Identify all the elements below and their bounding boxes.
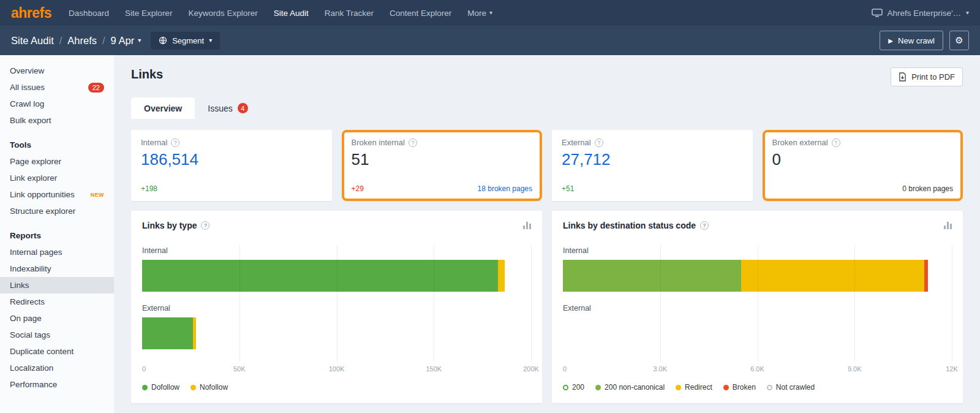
chart-links-by-status-code: Links by destination status code ? Inter… bbox=[552, 211, 963, 403]
sidebar-item-redirects[interactable]: Redirects bbox=[0, 294, 114, 310]
legend-dot bbox=[767, 385, 772, 390]
stat-delta: +51 bbox=[562, 184, 574, 193]
legend-broken[interactable]: Broken bbox=[723, 383, 756, 392]
bar-segment-dofollow bbox=[142, 260, 498, 292]
play-icon: ▶ bbox=[888, 37, 893, 44]
legend-dot bbox=[676, 385, 681, 390]
legend-nofollow[interactable]: Nofollow bbox=[190, 383, 228, 392]
chart-legend: 200 200 non-canonical Redirect Broken bbox=[563, 383, 952, 392]
x-axis: 0 3.0K 6.0K 9.0K 12K bbox=[563, 365, 952, 375]
stat-label: External ? bbox=[562, 138, 743, 147]
crawl-date-dropdown[interactable]: 9 Apr ▾ bbox=[111, 35, 141, 47]
breadcrumb: Site Audit / Ahrefs / 9 Apr ▾ bbox=[11, 35, 141, 47]
stat-card-broken-internal: Broken internal ? 51 +29 18 broken pages bbox=[342, 130, 543, 201]
help-icon[interactable]: ? bbox=[201, 221, 209, 230]
gear-icon: ⚙ bbox=[955, 35, 963, 46]
broken-pages-link[interactable]: 18 broken pages bbox=[478, 184, 532, 193]
stat-delta: +29 bbox=[352, 184, 364, 193]
sidebar-item-link-explorer[interactable]: Link explorer bbox=[0, 170, 114, 186]
charts-row: Links by type ? Internal bbox=[131, 211, 963, 403]
bar-segment-nofollow bbox=[498, 260, 505, 292]
help-icon[interactable]: ? bbox=[700, 221, 709, 230]
bar-segment-broken bbox=[924, 260, 928, 292]
sidebar-item-all-issues[interactable]: All issues 22 bbox=[0, 79, 114, 96]
bar-segment-200-non-canonical bbox=[563, 260, 741, 292]
chart-links-by-type: Links by type ? Internal bbox=[131, 211, 542, 403]
category-label: External bbox=[563, 304, 952, 313]
category-label: External bbox=[142, 304, 531, 313]
chart-legend: Dofollow Nofollow bbox=[142, 383, 531, 392]
nav-item-more[interactable]: More ▾ bbox=[467, 9, 492, 18]
nav-item-dashboard[interactable]: Dashboard bbox=[69, 9, 109, 18]
nav-item-content-explorer[interactable]: Content Explorer bbox=[390, 9, 451, 18]
pdf-file-icon bbox=[899, 72, 907, 81]
breadcrumb-separator: / bbox=[102, 35, 105, 47]
bar-external bbox=[142, 317, 531, 349]
legend-dot bbox=[595, 385, 601, 390]
account-menu[interactable]: Ahrefs Enterprise'… ▾ bbox=[872, 9, 969, 18]
bar-segment-dofollow bbox=[142, 317, 193, 349]
chevron-down-icon: ▾ bbox=[209, 37, 212, 44]
stat-cards-row: Internal ? 186,514 +198 Broken internal … bbox=[131, 130, 963, 201]
chevron-down-icon: ▾ bbox=[138, 37, 141, 44]
nav-item-rank-tracker[interactable]: Rank Tracker bbox=[325, 9, 374, 18]
main-nav: Dashboard Site Explorer Keywords Explore… bbox=[69, 9, 872, 18]
category-label: Internal bbox=[142, 245, 531, 255]
sidebar-item-internal-pages[interactable]: Internal pages bbox=[0, 244, 114, 260]
top-navbar: ahrefs Dashboard Site Explorer Keywords … bbox=[0, 0, 980, 26]
legend-dot bbox=[723, 385, 729, 390]
legend-200-non-canonical[interactable]: 200 non-canonical bbox=[595, 383, 665, 392]
workspace-icon bbox=[872, 9, 883, 17]
sidebar-item-links[interactable]: Links bbox=[0, 277, 114, 294]
tab-issues[interactable]: Issues 4 bbox=[195, 97, 260, 119]
issues-count-badge: 22 bbox=[88, 83, 104, 93]
nav-item-site-explorer[interactable]: Site Explorer bbox=[125, 9, 172, 18]
stat-value: 27,712 bbox=[562, 150, 743, 169]
issues-tab-badge: 4 bbox=[238, 103, 248, 113]
help-icon[interactable]: ? bbox=[171, 138, 179, 147]
category-label: Internal bbox=[563, 245, 952, 255]
sidebar-item-indexability[interactable]: Indexability bbox=[0, 260, 114, 277]
sidebar-item-localization[interactable]: Localization bbox=[0, 360, 114, 376]
stat-label: Broken external ? bbox=[772, 138, 954, 147]
sidebar-item-bulk-export[interactable]: Bulk export bbox=[0, 112, 114, 129]
breadcrumb-project[interactable]: Ahrefs bbox=[67, 35, 97, 47]
stat-delta: +198 bbox=[141, 184, 157, 193]
stat-value: 0 bbox=[772, 150, 954, 169]
chevron-down-icon: ▾ bbox=[966, 10, 969, 16]
ahrefs-logo[interactable]: ahrefs bbox=[11, 5, 51, 21]
breadcrumb-site-audit[interactable]: Site Audit bbox=[11, 35, 54, 47]
sidebar-item-crawl-log[interactable]: Crawl log bbox=[0, 96, 114, 112]
bar-internal bbox=[142, 260, 531, 292]
sidebar-item-overview[interactable]: Overview bbox=[0, 63, 114, 79]
help-icon[interactable]: ? bbox=[595, 138, 603, 147]
sidebar-item-page-explorer[interactable]: Page explorer bbox=[0, 153, 114, 170]
bar-segment-redirect bbox=[741, 260, 924, 292]
legend-200[interactable]: 200 bbox=[563, 383, 584, 392]
nav-item-site-audit[interactable]: Site Audit bbox=[274, 9, 309, 18]
broken-pages-note: 0 broken pages bbox=[902, 184, 953, 193]
stat-card-broken-external: Broken external ? 0 0 broken pages bbox=[763, 130, 963, 201]
legend-dofollow[interactable]: Dofollow bbox=[142, 383, 179, 392]
sidebar-item-social-tags[interactable]: Social tags bbox=[0, 327, 114, 343]
tab-overview[interactable]: Overview bbox=[131, 97, 195, 119]
sidebar-item-duplicate-content[interactable]: Duplicate content bbox=[0, 343, 114, 360]
sidebar-item-performance[interactable]: Performance bbox=[0, 376, 114, 393]
sidebar-item-structure-explorer[interactable]: Structure explorer bbox=[0, 203, 114, 219]
nav-item-keywords-explorer[interactable]: Keywords Explorer bbox=[188, 9, 257, 18]
toolbar-actions: ▶ New crawl ⚙ bbox=[880, 31, 969, 50]
breadcrumb-separator: / bbox=[59, 35, 62, 47]
new-crawl-button[interactable]: ▶ New crawl bbox=[880, 31, 943, 50]
help-icon[interactable]: ? bbox=[409, 138, 417, 147]
segment-dropdown[interactable]: Segment ▾ bbox=[151, 32, 220, 50]
help-icon[interactable]: ? bbox=[832, 138, 840, 147]
legend-redirect[interactable]: Redirect bbox=[676, 383, 712, 392]
new-tag: NEW bbox=[91, 192, 104, 198]
bar-chart-toggle-icon[interactable] bbox=[944, 222, 952, 229]
legend-not-crawled[interactable]: Not crawled bbox=[767, 383, 815, 392]
print-to-pdf-button[interactable]: Print to PDF bbox=[891, 67, 963, 86]
settings-button[interactable]: ⚙ bbox=[949, 31, 969, 50]
sidebar-item-link-opportunities[interactable]: Link opportunities NEW bbox=[0, 186, 114, 203]
bar-chart-toggle-icon[interactable] bbox=[523, 222, 531, 229]
sidebar-item-on-page[interactable]: On page bbox=[0, 310, 114, 327]
